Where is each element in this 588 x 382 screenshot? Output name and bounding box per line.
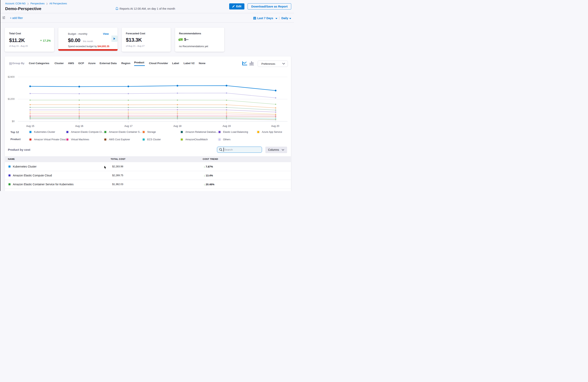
svg-text:$: $ <box>181 39 182 40</box>
